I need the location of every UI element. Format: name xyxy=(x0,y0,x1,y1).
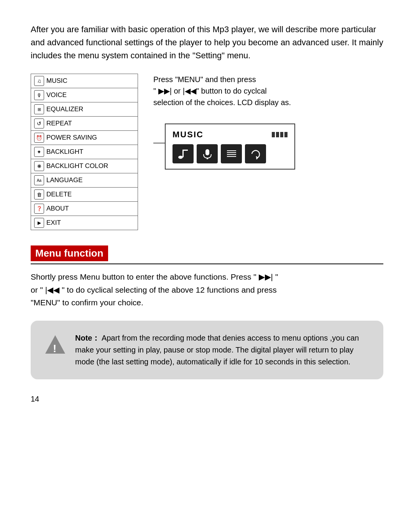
menu-cell-voice: 🎙 VOICE xyxy=(31,88,138,102)
section-divider xyxy=(31,264,383,264)
menu-cell-equalizer: ⊞ EQUALIZER xyxy=(31,102,138,117)
page-number: 14 xyxy=(31,395,383,404)
backlight-icon: ✦ xyxy=(34,147,44,157)
content-area: ♫ MUSIC 🎙 VOICE ⊞ EQUALIZER xyxy=(31,74,383,230)
menu-label-voice: VOICE xyxy=(46,91,67,99)
menu-label-about: ABOUT xyxy=(46,205,69,212)
battery-bar-4 xyxy=(284,132,288,137)
section-title: Menu function xyxy=(31,245,108,261)
table-row: ↺ REPEAT xyxy=(31,117,138,131)
table-row: ⏰ POWER SAVING xyxy=(31,131,138,145)
menu-function-paragraph: Shortly press Menu button to enter the a… xyxy=(31,270,383,309)
menu-label-repeat: REPEAT xyxy=(46,120,72,127)
svg-rect-7 xyxy=(227,154,236,155)
lcd-icon-voice xyxy=(197,144,218,163)
table-row: ⊞ EQUALIZER xyxy=(31,102,138,117)
table-row: ♫ MUSIC xyxy=(31,74,138,88)
music-icon: ♫ xyxy=(34,76,44,86)
table-row: Aa LANGUAGE xyxy=(31,173,138,188)
menu-label-exit: EXIT xyxy=(46,219,61,227)
right-panel: Press "MENU" and then press " ▶▶| or |◀◀… xyxy=(153,74,383,230)
svg-rect-3 xyxy=(205,149,209,155)
lcd-display: MUSIC xyxy=(165,124,295,170)
press-instruction-block: Press "MENU" and then press " ▶▶| or |◀◀… xyxy=(153,74,383,108)
menu-cell-repeat: ↺ REPEAT xyxy=(31,117,138,131)
backlight-color-icon: ❋ xyxy=(34,161,44,171)
menu-label-equalizer: EQUALIZER xyxy=(46,105,83,113)
lcd-battery xyxy=(272,132,288,137)
press-instruction-text: Press "MENU" and then press " ▶▶| or |◀◀… xyxy=(153,74,383,108)
menu-label-language: LANGUAGE xyxy=(46,176,82,184)
language-icon: Aa xyxy=(34,175,44,185)
exit-icon: ▶ xyxy=(34,218,44,228)
note-label: Note： xyxy=(75,334,100,342)
svg-rect-5 xyxy=(227,150,236,151)
menu-cell-language: Aa LANGUAGE xyxy=(31,173,138,188)
warning-triangle-icon: ! xyxy=(44,334,66,355)
menu-label-backlight: BACKLIGHT xyxy=(46,148,83,156)
lcd-icon-repeat xyxy=(245,144,266,163)
menu-cell-power-saving: ⏰ POWER SAVING xyxy=(31,131,138,145)
repeat-icon: ↺ xyxy=(34,119,44,128)
menu-cell-music: ♫ MUSIC xyxy=(31,74,138,88)
menu-label-backlight-color: BACKLIGHT COLOR xyxy=(46,162,108,170)
table-row: ❋ BACKLIGHT COLOR xyxy=(31,159,138,173)
power-saving-icon: ⏰ xyxy=(34,133,44,143)
menu-cell-backlight-color: ❋ BACKLIGHT COLOR xyxy=(31,159,138,173)
table-row: 🎙 VOICE xyxy=(31,88,138,102)
menu-cell-delete: 🗑 DELETE xyxy=(31,188,138,202)
menu-label-power-saving: POWER SAVING xyxy=(46,134,97,142)
svg-rect-4 xyxy=(207,158,208,159)
svg-rect-8 xyxy=(227,156,236,157)
lcd-icons-row xyxy=(172,144,288,163)
note-box: ! Note： Apart from the recording mode th… xyxy=(31,321,383,379)
menu-label-music: MUSIC xyxy=(46,77,67,85)
svg-rect-2 xyxy=(182,150,188,151)
menu-cell-about: ❓ ABOUT xyxy=(31,202,138,216)
equalizer-icon: ⊞ xyxy=(34,104,44,114)
delete-icon: 🗑 xyxy=(34,189,44,199)
battery-bar-2 xyxy=(276,132,279,137)
svg-rect-6 xyxy=(227,152,236,153)
lcd-icon-equalizer xyxy=(221,144,242,163)
table-row: ✦ BACKLIGHT xyxy=(31,145,138,159)
menu-cell-backlight: ✦ BACKLIGHT xyxy=(31,145,138,159)
menu-label-delete: DELETE xyxy=(46,191,72,198)
lcd-title: MUSIC xyxy=(172,130,204,140)
battery-bar-3 xyxy=(280,132,283,137)
about-icon: ❓ xyxy=(34,204,44,214)
table-row: ❓ ABOUT xyxy=(31,202,138,216)
table-row: ▶ EXIT xyxy=(31,216,138,230)
menu-table: ♫ MUSIC 🎙 VOICE ⊞ EQUALIZER xyxy=(31,74,138,230)
table-row: 🗑 DELETE xyxy=(31,188,138,202)
svg-text:!: ! xyxy=(53,343,56,354)
menu-cell-exit: ▶ EXIT xyxy=(31,216,138,230)
lcd-title-row: MUSIC xyxy=(172,130,288,140)
menu-function-section: Menu function Shortly press Menu button … xyxy=(31,245,383,309)
intro-paragraph: After you are familiar with basic operat… xyxy=(31,23,383,62)
voice-icon: 🎙 xyxy=(34,90,44,100)
lcd-icon-music xyxy=(172,144,194,163)
battery-bar-1 xyxy=(272,132,275,137)
note-content: Apart from the recording mode that denie… xyxy=(75,334,359,366)
svg-point-0 xyxy=(178,156,183,159)
note-text: Note： Apart from the recording mode that… xyxy=(75,332,370,368)
warning-icon-container: ! xyxy=(44,334,66,357)
